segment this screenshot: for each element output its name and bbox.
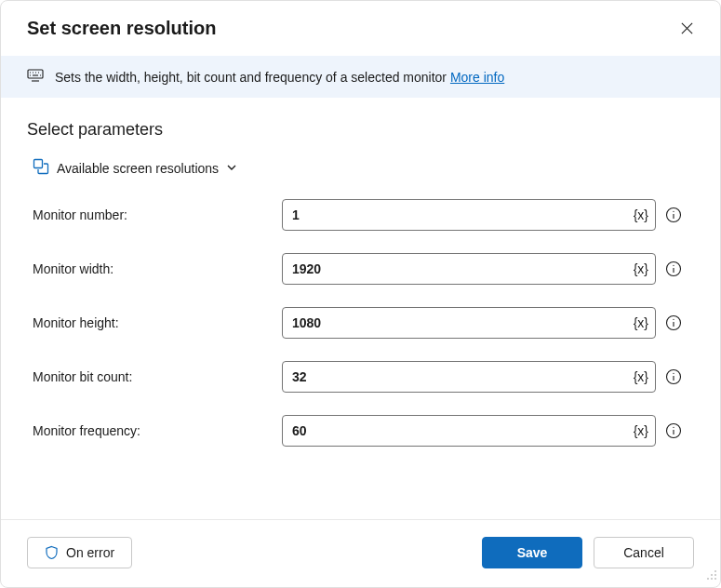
cancel-button[interactable]: Cancel: [594, 537, 694, 568]
variable-picker-button[interactable]: {x}: [634, 207, 648, 222]
info-banner-text: Sets the width, height, bit count and fr…: [55, 70, 504, 85]
info-icon: [665, 207, 682, 223]
svg-point-26: [673, 427, 674, 428]
field-label: Monitor frequency:: [33, 423, 282, 438]
field-input-wrap: {x}: [282, 361, 656, 393]
field-monitor-height: Monitor height: {x}: [33, 307, 694, 339]
info-icon: [665, 314, 682, 331]
svg-rect-11: [34, 160, 43, 168]
shield-icon: [45, 545, 59, 560]
variable-picker-button[interactable]: {x}: [634, 423, 648, 438]
variables-icon: [33, 158, 49, 179]
svg-point-14: [673, 211, 674, 212]
field-monitor-number: Monitor number: {x}: [33, 199, 694, 231]
field-label: Monitor number:: [33, 207, 282, 222]
field-input-wrap: {x}: [282, 253, 656, 285]
variable-picker-button[interactable]: {x}: [634, 315, 648, 330]
cancel-label: Cancel: [623, 545, 664, 560]
monitor-width-input[interactable]: [282, 253, 656, 285]
field-monitor-width: Monitor width: {x}: [33, 253, 694, 285]
svg-point-29: [714, 578, 716, 580]
save-label: Save: [517, 545, 548, 560]
info-banner: Sets the width, height, bit count and fr…: [1, 56, 720, 98]
monitor-number-input[interactable]: [282, 199, 656, 231]
svg-point-20: [673, 319, 674, 320]
dialog-title: Set screen resolution: [27, 18, 216, 39]
field-info-button[interactable]: [665, 207, 682, 223]
chevron-down-icon: [226, 160, 237, 177]
dialog-content: Select parameters Available screen resol…: [1, 98, 720, 519]
on-error-label: On error: [66, 545, 114, 560]
field-info-button[interactable]: [665, 368, 682, 385]
field-input-wrap: {x}: [282, 415, 656, 447]
monitor-bit-count-input[interactable]: [282, 361, 656, 393]
field-monitor-bit-count: Monitor bit count: {x}: [33, 361, 694, 393]
action-icon: [27, 69, 44, 85]
close-icon: [680, 21, 694, 35]
field-input-wrap: {x}: [282, 307, 656, 339]
svg-point-32: [707, 578, 709, 580]
svg-point-30: [711, 574, 713, 576]
field-input-wrap: {x}: [282, 199, 656, 231]
dialog-footer: On error Save Cancel: [1, 519, 720, 587]
field-monitor-frequency: Monitor frequency: {x}: [33, 415, 694, 447]
svg-point-27: [714, 570, 716, 572]
variable-picker-button[interactable]: {x}: [634, 369, 648, 384]
variables-label: Available screen resolutions: [57, 161, 219, 176]
variable-picker-button[interactable]: {x}: [634, 261, 648, 276]
monitor-height-input[interactable]: [282, 307, 656, 339]
field-info-button[interactable]: [665, 422, 682, 439]
svg-point-28: [714, 574, 716, 576]
resize-grip-icon[interactable]: [705, 568, 718, 585]
monitor-frequency-input[interactable]: [282, 415, 656, 447]
on-error-button[interactable]: On error: [27, 537, 132, 568]
info-icon: [665, 422, 682, 439]
info-icon: [665, 261, 682, 277]
field-info-button[interactable]: [665, 261, 682, 277]
variables-toggle[interactable]: Available screen resolutions: [33, 158, 694, 179]
save-button[interactable]: Save: [482, 537, 582, 568]
info-icon: [665, 368, 682, 385]
svg-point-23: [673, 373, 674, 374]
close-button[interactable]: [676, 18, 698, 39]
field-info-button[interactable]: [665, 314, 682, 331]
field-label: Monitor height:: [33, 315, 282, 330]
field-label: Monitor bit count:: [33, 369, 282, 384]
field-label: Monitor width:: [33, 261, 282, 276]
svg-point-31: [711, 578, 713, 580]
section-title: Select parameters: [27, 120, 694, 140]
more-info-link[interactable]: More info: [450, 70, 504, 85]
dialog-header: Set screen resolution: [1, 1, 720, 56]
set-screen-resolution-dialog: Set screen resolution Sets the width, he…: [0, 0, 721, 588]
svg-rect-2: [28, 70, 43, 78]
svg-point-17: [673, 265, 674, 266]
